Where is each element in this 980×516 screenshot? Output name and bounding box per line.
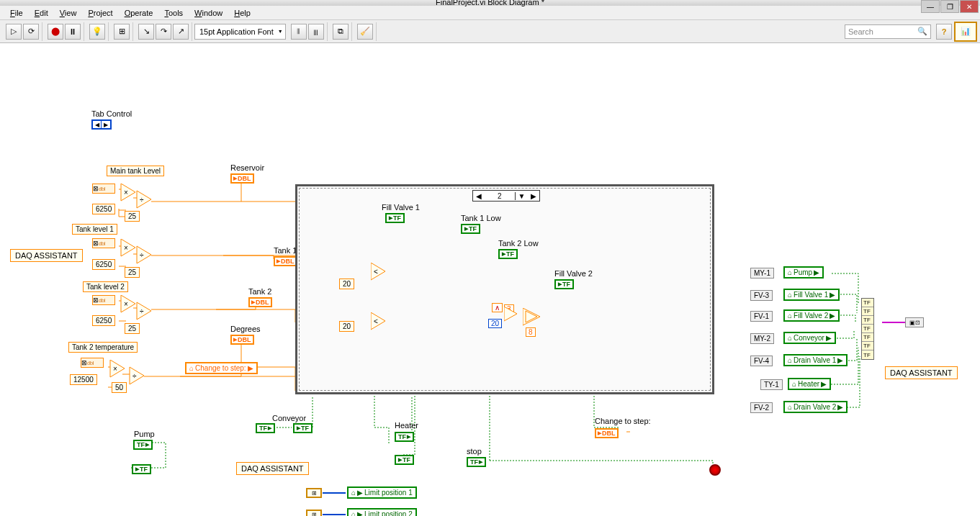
step-over-button[interactable]: ↷ [156, 24, 171, 40]
svg-marker-8 [121, 295, 135, 312]
change-to-step-label: Change to step: [595, 417, 651, 425]
help-button[interactable]: ? [936, 24, 952, 40]
retain-wire-button[interactable]: ⊞ [114, 24, 130, 40]
local-drain-valve-1[interactable]: Drain Valve 1▶ [783, 354, 848, 366]
step-out-button[interactable]: ↗ [173, 24, 189, 40]
pump-ind[interactable]: TF [132, 464, 151, 474]
menu-view[interactable]: View [55, 7, 81, 19]
const-20-3[interactable]: 20 [488, 319, 502, 328]
change-to-step-ind[interactable]: DBL [595, 428, 619, 438]
window-title: FinalProject.vi Block Diagram * [436, 0, 544, 6]
reservoir-indicator[interactable]: DBL [230, 173, 254, 184]
main-tank-level-terminal[interactable]: ⊠dbl [92, 184, 115, 194]
distribute-button[interactable]: ⫼ [308, 24, 324, 40]
font-selector[interactable]: 15pt Application Font [194, 24, 286, 40]
local-fill-valve-1[interactable]: Fill Valve 1▶ [783, 289, 840, 301]
tank2-temp-label: Tank 2 temperature [68, 342, 138, 353]
pump-ctrl[interactable]: TF [133, 440, 153, 450]
menu-window[interactable]: Window [190, 7, 227, 19]
limit-pos-2-local[interactable]: ▶Limit position 2 [347, 508, 417, 516]
svg-text:÷: ÷ [132, 372, 137, 380]
daq-assistant-bottom[interactable]: DAQ ASSISTANT [236, 462, 309, 475]
const-6250-1[interactable]: 6250 [92, 204, 115, 214]
menu-bar: File Edit View Project Operate Tools Win… [0, 6, 980, 20]
array-to-cluster[interactable]: ▣⊡ [905, 317, 924, 327]
const-8[interactable]: 8 [526, 327, 536, 337]
limit-pos-1-local[interactable]: ▶Limit position 1 [347, 486, 417, 499]
while-loop-stop[interactable] [709, 464, 721, 476]
close-button[interactable]: ✕ [960, 0, 979, 13]
const-20-2[interactable]: 20 [339, 321, 354, 332]
menu-project[interactable]: Project [84, 7, 117, 19]
run-continuous-button[interactable]: ⟳ [23, 24, 39, 40]
tank2-temp-terminal[interactable]: ⊠dbl [81, 358, 104, 368]
svg-marker-18 [371, 312, 385, 330]
svg-marker-2 [137, 191, 151, 208]
svg-text:÷: ÷ [140, 251, 144, 259]
reorder-button[interactable]: ⧉ [333, 24, 349, 40]
const-12500[interactable]: 12500 [70, 374, 97, 385]
reservoir-label: Reservoir [230, 163, 264, 172]
bundle-1[interactable]: ⊞ [306, 488, 322, 498]
daq-assistant-left[interactable]: DAQ ASSISTANT [10, 249, 83, 262]
tank-level-1-terminal[interactable]: ⊠dbl [92, 238, 115, 248]
const-6250-2[interactable]: 6250 [92, 259, 115, 270]
local-heater[interactable]: Heater▶ [788, 378, 831, 390]
vi-icon[interactable]: 📊 [954, 22, 977, 42]
abort-button[interactable]: ⬤ [48, 24, 63, 40]
step-into-button[interactable]: ↘ [138, 24, 154, 40]
const-20-1[interactable]: 20 [339, 279, 354, 289]
local-fill-valve-2[interactable]: Fill Valve 2▶ [783, 309, 840, 322]
minimize-button[interactable]: — [921, 0, 940, 13]
local-pump[interactable]: Pump▶ [783, 266, 824, 279]
local-conveyor[interactable]: Conveyor▶ [783, 332, 836, 344]
heater-ind[interactable]: TF [395, 455, 414, 465]
fill-valve-1-ind[interactable]: TF [385, 213, 405, 223]
menu-file[interactable]: File [6, 7, 27, 19]
tag-fv2: FV-2 [750, 402, 773, 413]
run-button[interactable]: ▷ [6, 24, 22, 40]
svg-text:÷: ÷ [140, 196, 144, 204]
daq-assistant-right[interactable]: DAQ ASSISTANT [885, 366, 958, 379]
svg-text:×: × [124, 244, 128, 252]
svg-marker-6 [137, 246, 151, 263]
menu-help[interactable]: Help [230, 7, 255, 19]
case-structure[interactable] [295, 184, 714, 394]
search-box[interactable]: Search 🔍 [845, 24, 931, 39]
const-6250-3[interactable]: 6250 [92, 315, 115, 326]
svg-text:×: × [113, 365, 117, 373]
pause-button[interactable]: II [65, 24, 81, 40]
tank-level-2-terminal[interactable]: ⊠dbl [92, 295, 115, 305]
stop-ctrl[interactable]: TF [467, 457, 486, 467]
menu-tools[interactable]: Tools [160, 7, 187, 19]
cleanup-button[interactable]: 🧹 [357, 24, 373, 40]
highlight-button[interactable]: 💡 [89, 24, 105, 40]
conveyor-ind[interactable]: TF [293, 423, 313, 433]
tab-control-terminal[interactable]: ◀ ▶ [91, 119, 112, 130]
tank1-low-ind[interactable]: TF [461, 224, 480, 234]
menu-edit[interactable]: Edit [30, 7, 53, 19]
conveyor-ctrl[interactable]: TF [256, 423, 275, 433]
maximize-button[interactable]: ❐ [940, 0, 959, 13]
heater-ctrl[interactable]: TF [395, 432, 414, 442]
svg-text:×: × [124, 300, 128, 308]
block-diagram-canvas[interactable]: Tab Control ◀ ▶ Main tank Level ⊠dbl 625… [0, 43, 980, 516]
degrees-indicator[interactable]: DBL [230, 335, 254, 345]
tank1-indicator[interactable]: DBL [274, 256, 297, 266]
case-dropdown-icon[interactable]: ▼ [515, 192, 529, 200]
tank2-label: Tank 2 [248, 287, 271, 296]
case-next-icon[interactable]: ▶ [528, 192, 539, 200]
case-selector[interactable]: ◀ 2 ▼ ▶ [472, 190, 540, 202]
case-prev-icon[interactable]: ◀ [473, 192, 485, 200]
svg-marker-14 [130, 367, 144, 384]
tag-my1: MY-1 [750, 268, 774, 279]
menu-operate[interactable]: Operate [120, 7, 158, 19]
align-button[interactable]: ⫴ [291, 24, 307, 40]
tank2-low-ind[interactable]: TF [498, 249, 518, 259]
bundle-2[interactable]: ⊞ [306, 510, 322, 516]
local-drain-valve-2[interactable]: Drain Valve 2▶ [783, 401, 848, 413]
fill-valve-2-ind[interactable]: TF [554, 279, 574, 289]
change-to-step-local[interactable]: Change to step:▶ [185, 362, 258, 374]
tank2-indicator[interactable]: DBL [248, 297, 272, 307]
build-array[interactable]: TFTFTF TFTFTF TF [861, 298, 874, 360]
